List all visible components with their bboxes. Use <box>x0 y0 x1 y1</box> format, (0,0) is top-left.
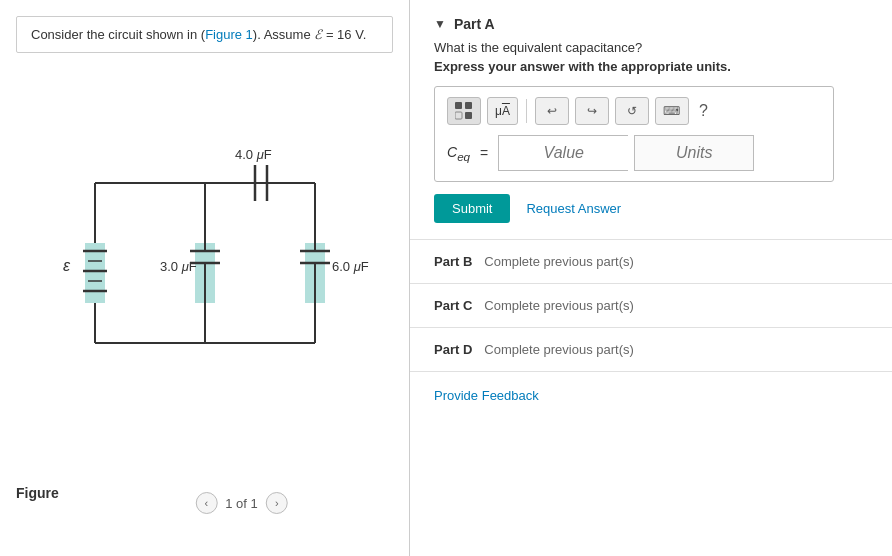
matrix-btn[interactable] <box>447 97 481 125</box>
provide-feedback-link[interactable]: Provide Feedback <box>410 372 892 419</box>
equation: ℰ = 16 V. <box>314 27 366 42</box>
answer-row: Ceq = <box>447 135 821 171</box>
part-a-header: ▼ Part A <box>434 16 868 32</box>
statement-prefix: Consider the circuit shown in ( <box>31 27 205 42</box>
part-a-arrow: ▼ <box>434 17 446 31</box>
toolbar-sep-1 <box>526 99 527 123</box>
answer-box: μA ↩ ↪ ↺ ⌨ <box>434 86 834 182</box>
keyboard-icon: ⌨ <box>663 104 680 118</box>
svg-rect-28 <box>455 112 462 119</box>
matrix-icon <box>455 102 473 120</box>
units-input[interactable] <box>634 135 754 171</box>
circuit-area: ε 3.0 μF 4.0 μF 6.0 μF <box>16 73 393 453</box>
figure-label: Figure <box>16 485 59 501</box>
keyboard-btn[interactable]: ⌨ <box>655 97 689 125</box>
help-btn[interactable]: ? <box>699 102 708 120</box>
part-b-label: Part B <box>434 254 472 269</box>
part-c-label: Part C <box>434 298 472 313</box>
cap2-label: 3.0 μF <box>160 259 197 274</box>
right-panel: ▼ Part A What is the equivalent capacita… <box>410 0 892 556</box>
prev-figure-btn[interactable]: ‹ <box>195 492 217 514</box>
statement-suffix: ). Assume <box>253 27 314 42</box>
figure-nav: ‹ 1 of 1 › <box>195 492 288 514</box>
ceq-sub: eq <box>457 149 470 162</box>
svg-rect-29 <box>465 102 472 109</box>
action-row: Submit Request Answer <box>434 194 868 223</box>
undo-icon: ↩ <box>547 104 557 118</box>
next-figure-btn[interactable]: › <box>266 492 288 514</box>
left-panel: Consider the circuit shown in (Figure 1)… <box>0 0 410 556</box>
toolbar: μA ↩ ↪ ↺ ⌨ <box>447 97 821 125</box>
part-d-label: Part D <box>434 342 472 357</box>
redo-btn[interactable]: ↪ <box>575 97 609 125</box>
part-a-question: What is the equivalent capacitance? <box>434 40 868 55</box>
source-label: ε <box>63 257 71 274</box>
svg-rect-27 <box>455 102 462 109</box>
request-answer-link[interactable]: Request Answer <box>526 201 621 216</box>
equals-sign: = <box>480 145 488 161</box>
cap3-label: 6.0 μF <box>332 259 369 274</box>
unit-label: μA <box>495 104 510 118</box>
circuit-diagram: ε 3.0 μF 4.0 μF 6.0 μF <box>35 113 375 413</box>
part-a-section: ▼ Part A What is the equivalent capacita… <box>410 0 892 240</box>
undo-btn[interactable]: ↩ <box>535 97 569 125</box>
part-d-section: Part D Complete previous part(s) <box>410 328 892 372</box>
unit-btn[interactable]: μA <box>487 97 518 125</box>
part-a-instruction: Express your answer with the appropriate… <box>434 59 868 74</box>
reset-btn[interactable]: ↺ <box>615 97 649 125</box>
part-b-section: Part B Complete previous part(s) <box>410 240 892 284</box>
part-d-text: Complete previous part(s) <box>484 342 634 357</box>
figure-link[interactable]: Figure 1 <box>205 27 253 42</box>
part-a-title: Part A <box>454 16 495 32</box>
part-c-text: Complete previous part(s) <box>484 298 634 313</box>
value-input[interactable] <box>498 135 628 171</box>
nav-text: 1 of 1 <box>225 496 258 511</box>
submit-btn[interactable]: Submit <box>434 194 510 223</box>
redo-icon: ↪ <box>587 104 597 118</box>
part-c-section: Part C Complete previous part(s) <box>410 284 892 328</box>
reset-icon: ↺ <box>627 104 637 118</box>
cap1-label: 4.0 μF <box>235 147 272 162</box>
part-b-text: Complete previous part(s) <box>484 254 634 269</box>
ceq-label: Ceq <box>447 144 470 163</box>
problem-statement: Consider the circuit shown in (Figure 1)… <box>16 16 393 53</box>
svg-rect-30 <box>465 112 472 119</box>
